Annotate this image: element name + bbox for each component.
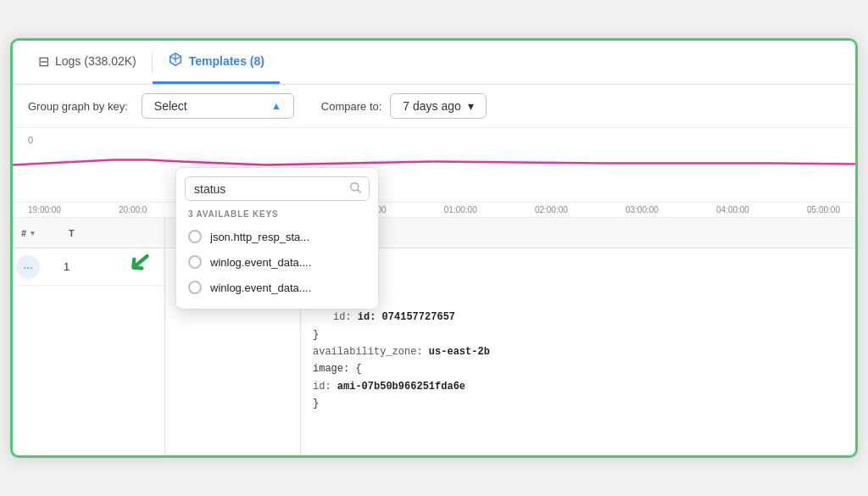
text-line-4: id: id: 074157727657 xyxy=(313,311,455,323)
compare-label: Compare to: xyxy=(321,100,382,113)
graph-area: 0 xyxy=(13,128,855,203)
radio-2[interactable] xyxy=(188,281,202,294)
time-9: 05:00:00 xyxy=(807,205,840,215)
td-text-content: { cloud: { account: { id: id: 0741577276… xyxy=(301,248,855,454)
text-line-6: availability_zone: us-east-2b xyxy=(313,346,490,358)
compare-dropdown-button[interactable]: 7 days ago ▾ xyxy=(390,93,487,119)
dropdown-search-box[interactable] xyxy=(185,176,370,201)
table-row-1: ··· 1 xyxy=(13,248,164,286)
time-axis: 19:00:00 20:00:0 00:00:00 00:00:00 01:00… xyxy=(13,203,855,218)
th-text: TEXT ▾ xyxy=(301,218,855,248)
logs-icon: ⊟ xyxy=(38,53,49,70)
radio-0[interactable] xyxy=(188,230,202,243)
dropdown-item-label-0: json.http_resp_sta... xyxy=(210,231,309,243)
templates-tab-label: Templates (8) xyxy=(189,54,264,68)
tab-templates[interactable]: Templates (8) xyxy=(153,41,280,84)
row-number: 1 xyxy=(55,260,78,273)
svg-line-1 xyxy=(358,190,361,193)
dropdown-item-1[interactable]: winlog.event_data.... xyxy=(176,249,378,275)
table-area: ➜ # ▾ T ··· 1 SEV xyxy=(13,218,855,455)
row-more-button[interactable]: ··· xyxy=(16,255,40,279)
dropdown-search-input[interactable] xyxy=(194,182,342,196)
table-header-left: # ▾ T xyxy=(13,218,164,248)
graph-svg xyxy=(13,128,855,202)
arrow-up-icon: ▲ xyxy=(271,100,281,112)
time-5: 01:00:00 xyxy=(444,205,477,215)
time-0: 19:00:00 xyxy=(28,205,61,215)
text-line-7: image: { xyxy=(313,363,362,375)
time-7: 03:00:00 xyxy=(626,205,659,215)
time-6: 02:00:00 xyxy=(535,205,568,215)
hash-sort-icon[interactable]: ▾ xyxy=(31,229,35,237)
tab-bar: ⊟ Logs (338.02K) Templates (8) xyxy=(13,41,855,85)
templates-icon xyxy=(168,52,183,70)
select-label: Select xyxy=(154,99,187,113)
text-line-5: } xyxy=(313,329,319,341)
main-window: ⊟ Logs (338.02K) Templates (8) Group gra… xyxy=(10,38,858,458)
text-line-8: id: ami-07b50b966251fda6e xyxy=(313,381,465,393)
tab-logs[interactable]: ⊟ Logs (338.02K) xyxy=(23,41,152,84)
table-left: # ▾ T ··· 1 xyxy=(13,218,165,455)
search-icon xyxy=(349,181,361,196)
dropdown-item-label-2: winlog.event_data.... xyxy=(210,281,311,294)
select-dropdown-button[interactable]: Select ▲ xyxy=(142,93,294,119)
compare-arrow-icon: ▾ xyxy=(468,99,474,113)
dropdown-item-0[interactable]: json.http_resp_sta... xyxy=(176,224,378,249)
group-label: Group graph by key: xyxy=(28,100,128,113)
dropdown-item-2[interactable]: winlog.event_data.... xyxy=(176,275,378,300)
th-t: T xyxy=(60,228,83,238)
radio-1[interactable] xyxy=(188,255,202,269)
key-dropdown: 3 AVAILABLE KEYS json.http_resp_sta... w… xyxy=(175,167,379,309)
toolbar: Group graph by key: Select ▲ Compare to:… xyxy=(13,85,855,128)
col-hash-label: # xyxy=(21,228,27,238)
row-actions: ··· xyxy=(13,255,43,279)
available-keys-label: 3 AVAILABLE KEYS xyxy=(176,206,378,224)
text-line-9: } xyxy=(313,398,319,410)
compare-value: 7 days ago xyxy=(403,99,461,113)
col-t-label: T xyxy=(69,228,75,238)
th-hash: # ▾ xyxy=(13,228,43,238)
dropdown-item-label-1: winlog.event_data.... xyxy=(210,256,311,269)
time-1: 20:00:0 xyxy=(119,205,147,215)
compare-section: Compare to: 7 days ago ▾ xyxy=(321,93,487,119)
logs-tab-label: Logs (338.02K) xyxy=(55,54,136,68)
time-8: 04:00:00 xyxy=(716,205,749,215)
